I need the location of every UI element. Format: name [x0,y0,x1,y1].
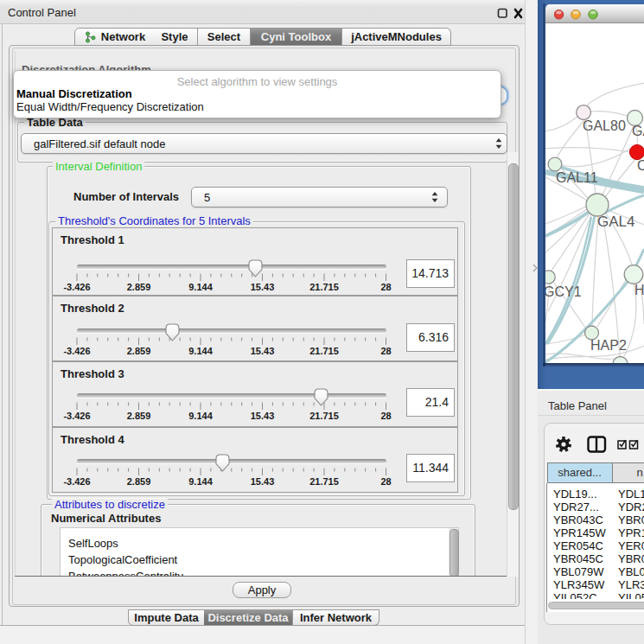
svg-text:C: C [637,158,644,173]
svg-text:GAL80: GAL80 [583,118,626,133]
svg-text:GCY1: GCY1 [545,284,582,299]
svg-text:GA: GA [632,124,644,138]
svg-text:HAP2: HAP2 [590,338,627,353]
svg-text:H: H [634,283,644,297]
svg-text:GAL11: GAL11 [556,170,598,185]
svg-text:GAL4: GAL4 [597,214,634,230]
